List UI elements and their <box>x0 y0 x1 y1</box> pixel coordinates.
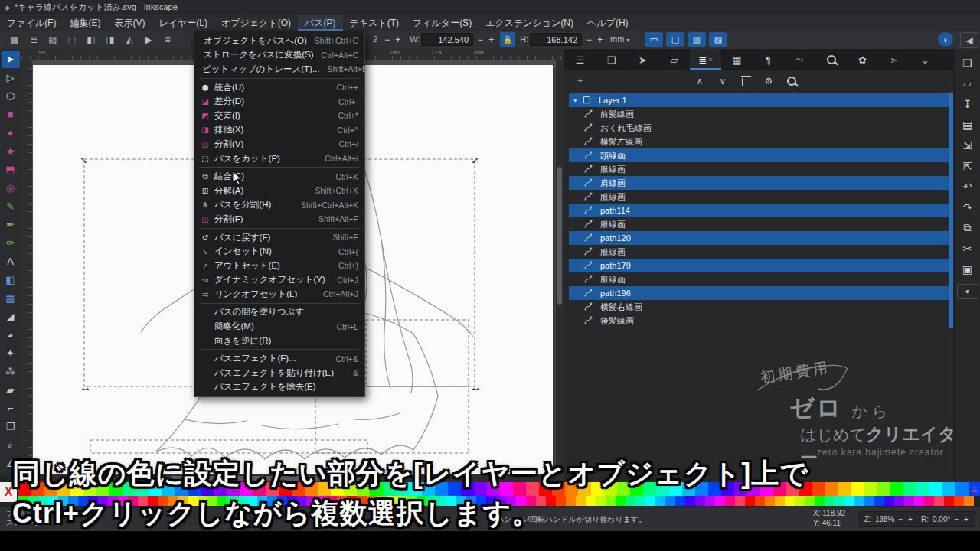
color-swatch[interactable] <box>596 496 606 506</box>
layer-object-row[interactable]: 服線画 <box>569 245 949 259</box>
color-swatch[interactable] <box>795 496 805 506</box>
path-menu-item[interactable]: ◨排他(X)Ctrl+^ <box>194 123 364 138</box>
lock-ratio-icon[interactable]: 🔒 <box>500 32 515 47</box>
text-tool-icon[interactable]: A <box>2 253 20 270</box>
path-menu-item[interactable]: ↺パスに戻す(F)Shift+F <box>194 230 364 245</box>
height-field[interactable]: 168.142 <box>530 33 582 46</box>
color-swatch[interactable] <box>934 496 944 506</box>
color-swatch[interactable] <box>805 496 815 506</box>
color-swatch[interactable] <box>735 496 745 506</box>
path-menu-item[interactable]: ⬚パスをカット(P)Ctrl+Alt+/ <box>194 152 364 166</box>
add-layer-button[interactable]: + <box>570 73 590 90</box>
pages-tool-icon[interactable]: ❐ <box>2 418 20 435</box>
calligraphy-tool-icon[interactable]: ✑ <box>2 234 20 252</box>
width-stepper[interactable]: − + <box>478 34 495 45</box>
color-swatch[interactable] <box>606 496 616 506</box>
layer-object-row[interactable]: 服線画 <box>569 272 949 286</box>
collapse-toolbar-button[interactable]: ◀ <box>960 32 978 48</box>
color-swatch[interactable] <box>635 496 645 506</box>
path-menu-item[interactable]: ◫分割(F)Shift+Alt+F <box>194 212 364 227</box>
color-swatch[interactable] <box>815 496 825 506</box>
color-swatch[interactable] <box>825 496 835 506</box>
deselect-button[interactable]: ▨ <box>44 32 61 47</box>
color-swatch[interactable] <box>844 496 854 506</box>
tab-selectors[interactable]: ➣ <box>878 49 910 70</box>
box-3d-tool-icon[interactable]: ⬒ <box>2 161 20 178</box>
undo-button[interactable]: ↶ <box>958 176 978 197</box>
color-swatch[interactable] <box>956 482 969 496</box>
path-menu-item[interactable]: パスエフェクトを除去(E) <box>194 380 364 395</box>
color-swatch[interactable] <box>954 496 964 506</box>
layer-object-row[interactable]: 横髪右線画 <box>569 300 949 314</box>
redo-button[interactable]: ↷ <box>958 197 978 217</box>
tab-find[interactable] <box>815 49 847 70</box>
color-swatch[interactable] <box>890 482 903 496</box>
color-swatch[interactable] <box>903 482 916 496</box>
menu-テキスト[interactable]: テキスト(T) <box>343 15 406 31</box>
print-button[interactable]: ▤ <box>958 114 978 135</box>
layer-object-row[interactable]: 服線画 <box>569 162 949 176</box>
layer-object-row[interactable]: 前髪線画 <box>569 107 949 121</box>
spiral-tool-icon[interactable]: ◎ <box>2 179 20 197</box>
layer-object-row[interactable]: 服線画 <box>569 217 949 231</box>
color-swatch[interactable] <box>864 482 877 496</box>
menu-ヘルプ[interactable]: ヘルプ(H) <box>580 15 635 31</box>
color-swatch[interactable] <box>755 496 765 506</box>
eraser-tool-icon[interactable]: ▰ <box>2 381 20 399</box>
color-swatch[interactable] <box>964 496 974 506</box>
tab-transform[interactable]: ⤳ <box>784 49 815 70</box>
layer-object-row[interactable]: 肩線画 <box>569 176 949 190</box>
path-menu-item[interactable]: ビットマップのトレース(T)...Shift+Alt+B <box>194 62 364 77</box>
color-swatch[interactable] <box>851 482 864 496</box>
layer-object-row[interactable]: 服線画 <box>569 190 949 204</box>
rotate-90-button[interactable]: ◭ <box>121 32 138 47</box>
vertical-ruler[interactable] <box>21 60 33 482</box>
layer-object-row[interactable]: path196 <box>569 286 949 300</box>
path-menu-item[interactable]: ◪差分(D)Ctrl+- <box>194 94 364 109</box>
ellipse-tool-icon[interactable]: ● <box>2 124 20 142</box>
menu-レイヤー[interactable]: レイヤー(L) <box>152 15 214 31</box>
menu-編集[interactable]: 編集(E) <box>63 15 107 31</box>
color-swatch[interactable] <box>835 496 844 506</box>
tab-objects[interactable]: ☰ <box>564 49 596 70</box>
color-swatch[interactable] <box>705 496 715 506</box>
shape-builder-tool-icon[interactable]: ⬡ <box>2 87 20 105</box>
node-tool-icon[interactable]: ▷ <box>2 69 20 86</box>
color-swatch[interactable] <box>884 496 894 506</box>
layer-settings-button[interactable]: ⚙ <box>759 73 779 90</box>
color-swatch[interactable] <box>715 496 725 506</box>
tab-document-properties[interactable]: ❏ <box>596 49 627 70</box>
color-swatch[interactable] <box>785 496 795 506</box>
path-menu-item[interactable]: ⇉リンクオフセット(L)Ctrl+Alt+J <box>194 287 364 302</box>
stack-order-button[interactable]: ≡ <box>159 32 176 47</box>
new-document-button[interactable]: ❏ <box>958 52 978 73</box>
color-swatch[interactable] <box>685 496 695 506</box>
color-swatch[interactable] <box>586 496 596 506</box>
layer-object-row[interactable]: 後髪線画 <box>569 314 949 328</box>
color-swatch[interactable] <box>838 482 851 496</box>
color-swatch[interactable] <box>854 496 864 506</box>
path-menu-item[interactable]: ストロークをパスに変換(S)Ctrl+Alt+C <box>194 48 364 63</box>
delete-layer-button[interactable] <box>736 73 756 90</box>
export-button[interactable]: ⇱ <box>958 155 978 176</box>
menu-オブジェクト[interactable]: オブジェクト(O) <box>214 15 298 31</box>
color-swatch[interactable] <box>556 496 566 506</box>
color-swatch[interactable] <box>775 496 785 506</box>
path-menu-item[interactable]: ↘インセット(N)Ctrl+( <box>194 244 364 259</box>
scale-stroke-toggle[interactable]: ▭ <box>645 32 663 47</box>
layer-row[interactable]: ▾Layer 1 <box>569 93 949 107</box>
palette-menu-icon[interactable]: ≡ <box>971 484 977 496</box>
color-swatch[interactable] <box>725 496 735 506</box>
open-document-button[interactable]: ▱ <box>958 73 978 93</box>
spray-tool-icon[interactable]: ⁂ <box>2 363 20 380</box>
more-commands-button[interactable]: ▾ <box>957 284 978 299</box>
pencil-tool-icon[interactable]: ✎ <box>2 197 20 215</box>
height-stepper[interactable]: − + <box>586 34 604 45</box>
layer-object-row[interactable]: 頭線画 <box>569 148 949 162</box>
color-swatch[interactable] <box>546 496 556 506</box>
connector-tool-icon[interactable]: ⌐ <box>2 399 20 417</box>
tab-symbols[interactable]: ✿ <box>847 49 878 70</box>
color-swatch[interactable] <box>904 496 914 506</box>
scale-gradients-toggle[interactable]: ▥ <box>688 32 706 47</box>
color-swatch[interactable] <box>695 496 705 506</box>
